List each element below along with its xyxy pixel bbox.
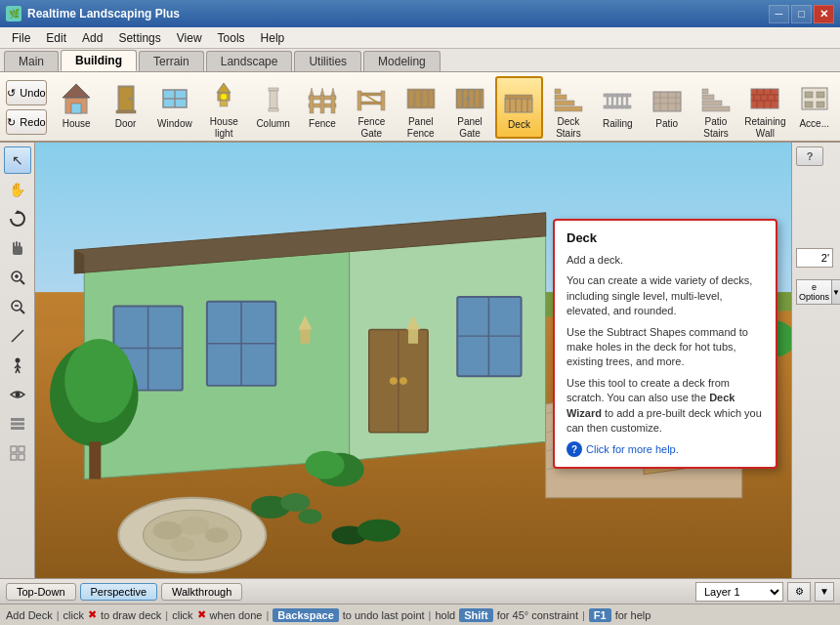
tool-walk[interactable] (4, 352, 31, 379)
toolbar-fence[interactable]: Fence (299, 76, 346, 139)
layer-settings-icon[interactable]: ⚙ (787, 582, 811, 602)
tab-modeling[interactable]: Modeling (363, 51, 441, 71)
status-step4: for 45° constraint (497, 609, 578, 621)
menu-add[interactable]: Add (74, 29, 110, 47)
tool-pan[interactable]: ✋ (4, 176, 31, 203)
menu-file[interactable]: File (4, 29, 38, 47)
tool-rotate[interactable] (4, 205, 31, 232)
toolbar-railing[interactable]: Railing (594, 76, 641, 139)
toolbar-retaining-wall[interactable]: Retaining Wall (741, 76, 788, 139)
window-icon (157, 81, 192, 116)
svg-rect-56 (616, 94, 618, 108)
menu-help[interactable]: Help (253, 29, 293, 47)
svg-point-164 (153, 521, 183, 540)
svg-point-41 (466, 97, 470, 101)
status-instruction1: click (63, 609, 84, 621)
svg-point-133 (399, 377, 407, 385)
viewport[interactable]: Deck Add a deck. You can create a wide v… (35, 143, 791, 578)
redo-button[interactable]: ↻ Redo (6, 109, 47, 135)
title-bar: 🌿 Realtime Landscaping Plus ─ □ ✕ (0, 0, 840, 27)
help-button[interactable]: ? (796, 146, 823, 166)
menu-edit[interactable]: Edit (38, 29, 74, 47)
tool-select[interactable]: ↖ (4, 146, 31, 174)
tool-grid[interactable] (4, 439, 31, 467)
status-hold: hold (435, 609, 455, 621)
tool-hand[interactable] (4, 234, 31, 262)
options-arrow-icon[interactable]: ▼ (832, 279, 840, 305)
layer-expand-icon[interactable]: ▼ (815, 582, 834, 602)
toolbar-patio-stairs[interactable]: Patio Stairs (693, 76, 739, 139)
toolbar-panel-gate[interactable]: Panel Gate (446, 76, 493, 139)
svg-rect-66 (702, 101, 722, 105)
maximize-button[interactable]: □ (791, 5, 812, 23)
dimension-input[interactable] (796, 248, 833, 268)
close-button[interactable]: ✕ (814, 5, 834, 23)
toolbar-panel-fence[interactable]: Panel Fence (398, 76, 444, 139)
status-bar: Add Deck | click ✖ to draw deck | click … (0, 604, 840, 625)
accessories-icon (797, 81, 832, 116)
svg-rect-34 (429, 90, 434, 107)
deck-stairs-label: Deck Stairs (548, 116, 589, 140)
view-perspective[interactable]: Perspective (80, 583, 157, 601)
toolbar-house[interactable]: House (53, 76, 100, 139)
minimize-button[interactable]: ─ (769, 5, 789, 23)
tool-measure[interactable] (4, 322, 31, 350)
railing-icon (600, 81, 635, 116)
status-sep5: | (582, 609, 585, 621)
svg-rect-91 (13, 242, 15, 249)
tab-utilities[interactable]: Utilities (294, 51, 361, 71)
menu-view[interactable]: View (169, 29, 210, 47)
svg-point-170 (298, 509, 321, 523)
tab-main[interactable]: Main (4, 51, 59, 71)
tab-building[interactable]: Building (61, 50, 137, 71)
svg-rect-50 (555, 95, 567, 100)
toolbar-column[interactable]: Column (249, 76, 296, 139)
undo-icon: ↺ (7, 87, 16, 100)
deck-tooltip: Deck Add a deck. You can create a wide v… (553, 219, 777, 469)
tab-bar: Main Building Terrain Landscape Utilitie… (0, 49, 840, 72)
svg-rect-22 (320, 96, 324, 113)
menu-settings[interactable]: Settings (110, 29, 168, 47)
tooltip-line4-pre: Use this tool to create a deck from scra… (567, 377, 730, 403)
svg-rect-47 (505, 95, 532, 99)
undo-button[interactable]: ↺ Undo (6, 80, 47, 105)
svg-rect-110 (11, 423, 24, 426)
toolbar-deck[interactable]: Deck (495, 76, 543, 139)
status-step2: when done (210, 609, 263, 621)
toolbar-door[interactable]: Door (102, 76, 148, 139)
tab-terrain[interactable]: Terrain (139, 51, 204, 71)
svg-rect-65 (702, 106, 730, 111)
menu-tools[interactable]: Tools (210, 29, 253, 47)
svg-rect-12 (220, 101, 228, 106)
view-topdown[interactable]: Top-Down (6, 583, 76, 601)
help-link[interactable]: ? Click for more help. (567, 441, 764, 457)
tool-layers[interactable] (4, 410, 31, 438)
status-action: Add Deck (6, 609, 53, 621)
menu-bar: File Edit Add Settings View Tools Help (0, 27, 840, 49)
tool-zoom-in[interactable] (4, 264, 31, 291)
layer-select[interactable]: Layer 1 Layer 2 Layer 3 (695, 582, 783, 602)
toolbar-patio[interactable]: Patio (643, 76, 690, 139)
svg-rect-31 (408, 90, 414, 107)
toolbar-fence-gate[interactable]: Fence Gate (348, 76, 395, 139)
view-walkthrough[interactable]: Walkthrough (161, 583, 242, 601)
svg-rect-112 (11, 446, 17, 452)
help-link-text: Click for more help. (586, 443, 679, 455)
toolbar-deck-stairs[interactable]: Deck Stairs (545, 76, 592, 139)
tool-eye[interactable] (4, 381, 31, 408)
tab-landscape[interactable]: Landscape (206, 51, 293, 71)
toolbar-house-light[interactable]: House light (200, 76, 247, 139)
options-dropdown[interactable]: e Options ▼ (796, 279, 836, 305)
toolbar-window[interactable]: Window (151, 76, 198, 139)
svg-rect-67 (702, 95, 714, 100)
fence-label: Fence (309, 118, 336, 130)
svg-point-13 (221, 94, 227, 100)
svg-line-100 (12, 340, 14, 342)
svg-rect-86 (817, 102, 824, 107)
status-step5: for help (615, 609, 651, 621)
undo-label: Undo (20, 87, 45, 99)
tool-zoom-out[interactable] (4, 293, 31, 320)
f1-key: F1 (589, 608, 611, 622)
svg-rect-59 (653, 92, 681, 111)
toolbar-accessories[interactable]: Acce... (791, 76, 838, 139)
